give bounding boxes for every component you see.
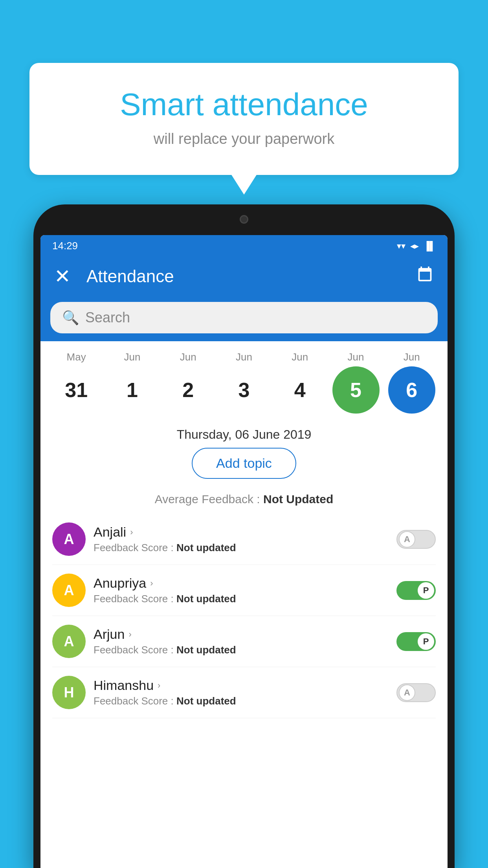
date-2[interactable]: 2 [165,366,212,414]
month-0: May [53,351,100,363]
date-3[interactable]: 3 [220,366,268,414]
chevron-himanshu: › [158,680,160,691]
phone-camera [240,215,248,224]
date-6-selected[interactable]: 6 [388,366,435,414]
phone-screen: 14:29 ▾▾ ◂▸ ▐▌ ✕ Attendance 🔍 Search [40,235,448,868]
student-item-anupriya[interactable]: A Anupriya › Feedback Score : Not update… [52,565,436,616]
search-placeholder: Search [85,309,130,326]
feedback-anjali: Feedback Score : Not updated [94,542,389,554]
search-bar-container: 🔍 Search [40,296,448,341]
search-bar[interactable]: 🔍 Search [50,302,438,333]
bubble-title: Smart attendance [61,86,427,123]
month-1: Jun [108,351,156,363]
student-name-himanshu: Himanshu › [94,678,389,693]
month-3: Jun [220,351,268,363]
student-info-anupriya: Anupriya › Feedback Score : Not updated [94,576,389,605]
signal-icon: ◂▸ [410,241,419,251]
student-item-arjun[interactable]: A Arjun › Feedback Score : Not updated P [52,616,436,667]
student-info-himanshu: Himanshu › Feedback Score : Not updated [94,678,389,707]
close-button[interactable]: ✕ [54,267,71,286]
selected-date-label: Thursday, 06 June 2019 [40,419,448,448]
battery-icon: ▐▌ [424,241,436,251]
toggle-anjali[interactable]: A [396,530,436,549]
chevron-anupriya: › [150,578,153,588]
student-list: A Anjali › Feedback Score : Not updated … [40,514,448,718]
feedback-anupriya: Feedback Score : Not updated [94,593,389,605]
phone-notch-area [40,211,448,235]
toggle-arjun[interactable]: P [396,632,436,651]
avatar-anupriya: A [52,574,86,607]
status-bar: 14:29 ▾▾ ◂▸ ▐▌ [40,235,448,257]
month-5: Jun [332,351,380,363]
feedback-arjun: Feedback Score : Not updated [94,644,389,656]
month-6: Jun [388,351,435,363]
student-name-anupriya: Anupriya › [94,576,389,591]
avatar-himanshu: H [52,676,86,709]
search-icon: 🔍 [62,310,79,326]
chevron-anjali: › [130,527,133,537]
toggle-circle-arjun: P [418,633,434,650]
toggle-circle-anupriya: P [418,582,434,599]
calendar-button[interactable] [416,266,434,287]
student-item-anjali[interactable]: A Anjali › Feedback Score : Not updated … [52,514,436,565]
phone-frame: 14:29 ▾▾ ◂▸ ▐▌ ✕ Attendance 🔍 Search [33,204,455,868]
date-1[interactable]: 1 [108,366,156,414]
feedback-himanshu: Feedback Score : Not updated [94,695,389,707]
month-4: Jun [276,351,323,363]
date-row: 31 1 2 3 4 5 6 [48,366,440,414]
toggle-anupriya[interactable]: P [396,581,436,600]
student-info-anjali: Anjali › Feedback Score : Not updated [94,524,389,554]
student-name-anjali: Anjali › [94,524,389,540]
status-icons: ▾▾ ◂▸ ▐▌ [397,241,436,251]
avg-feedback-label: Average Feedback : [155,493,263,506]
calendar-section: May Jun Jun Jun Jun Jun Jun 31 1 2 3 4 5… [40,341,448,419]
student-name-arjun: Arjun › [94,627,389,642]
speech-bubble-container: Smart attendance will replace your paper… [29,63,459,175]
month-row: May Jun Jun Jun Jun Jun Jun [48,351,440,363]
add-topic-button[interactable]: Add topic [192,448,296,479]
toggle-circle-anjali: A [399,531,415,548]
chevron-arjun: › [128,629,131,640]
date-5-today[interactable]: 5 [332,366,380,414]
month-2: Jun [165,351,212,363]
speech-bubble: Smart attendance will replace your paper… [29,63,459,175]
average-feedback: Average Feedback : Not Updated [40,493,448,510]
student-item-himanshu[interactable]: H Himanshu › Feedback Score : Not update… [52,667,436,718]
status-time: 14:29 [52,240,78,252]
date-4[interactable]: 4 [276,366,323,414]
toggle-circle-himanshu: A [399,684,415,701]
avatar-anjali: A [52,522,86,556]
wifi-icon: ▾▾ [397,241,405,251]
date-31[interactable]: 31 [53,366,100,414]
app-bar: ✕ Attendance [40,257,448,296]
avatar-arjun: A [52,625,86,658]
avg-feedback-value: Not Updated [263,493,333,506]
student-info-arjun: Arjun › Feedback Score : Not updated [94,627,389,656]
toggle-himanshu[interactable]: A [396,683,436,702]
phone-notch [224,211,264,227]
app-title: Attendance [86,267,404,286]
bubble-subtitle: will replace your paperwork [61,131,427,147]
